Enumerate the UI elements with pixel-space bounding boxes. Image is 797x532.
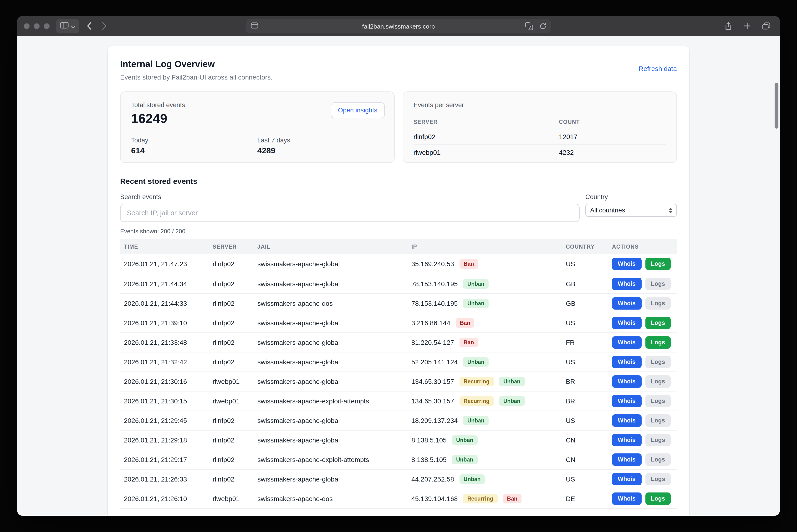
per-server-header-row: SERVER COUNT — [414, 115, 666, 129]
last7-stat: Last 7 days 4289 — [257, 137, 384, 156]
minimize-window-button[interactable] — [34, 23, 40, 29]
status-badge: Unban — [459, 474, 485, 484]
filter-row: Search events Country All countries — [120, 193, 677, 222]
whois-button[interactable]: Whois — [612, 317, 641, 329]
whois-button[interactable]: Whois — [612, 278, 641, 290]
today-value: 614 — [131, 146, 257, 156]
col-actions: ACTIONS — [608, 239, 677, 254]
event-country: BR — [562, 372, 608, 391]
event-country: US — [562, 469, 608, 489]
event-ip: 52.205.141.124Unban — [407, 352, 562, 372]
event-jail: swissmakers-apache-global — [254, 430, 407, 450]
event-ip: 78.153.140.195Unban — [407, 274, 562, 293]
event-ip: 8.138.5.105Unban — [407, 450, 562, 469]
country-select[interactable]: All countries — [585, 204, 677, 217]
status-badge: Unban — [463, 298, 489, 308]
whois-button[interactable]: Whois — [612, 258, 641, 270]
total-events-card: Total stored events 16249 Open insights … — [120, 92, 395, 163]
server-count: 4232 — [559, 149, 574, 156]
event-country: US — [562, 411, 608, 430]
logs-button[interactable]: Logs — [645, 336, 671, 348]
whois-button[interactable]: Whois — [612, 473, 641, 485]
last7-value: 4289 — [257, 146, 384, 156]
logs-button[interactable]: Logs — [645, 414, 671, 426]
logs-button[interactable]: Logs — [645, 258, 671, 270]
event-country: CN — [562, 450, 608, 469]
address-bar[interactable]: fail2ban.swissmakers.corp A — [246, 19, 551, 33]
ip-address: 8.138.5.105 — [411, 436, 447, 444]
new-tab-button[interactable] — [743, 21, 752, 31]
event-country: US — [562, 352, 608, 372]
events-shown-count: Events shown: 200 / 200 — [120, 228, 677, 235]
share-icon[interactable] — [724, 21, 733, 31]
whois-button[interactable]: Whois — [612, 356, 641, 368]
logs-button[interactable]: Logs — [645, 297, 671, 309]
logs-button[interactable]: Logs — [645, 356, 671, 368]
logs-button[interactable]: Logs — [645, 453, 671, 466]
whois-button[interactable]: Whois — [612, 414, 641, 426]
event-server: rlinfp02 — [209, 274, 254, 293]
refresh-data-link[interactable]: Refresh data — [639, 65, 677, 72]
back-button[interactable] — [86, 21, 92, 31]
scrollbar-thumb[interactable] — [775, 83, 778, 129]
event-row: 2026.01.21, 21:33:48rlinfp02swissmakers-… — [120, 332, 677, 352]
whois-button[interactable]: Whois — [612, 434, 641, 446]
reload-button[interactable] — [539, 22, 547, 31]
close-window-button[interactable] — [24, 23, 30, 29]
whois-button[interactable]: Whois — [612, 453, 641, 466]
event-country: US — [562, 313, 608, 332]
logs-button[interactable]: Logs — [645, 492, 671, 505]
page-title: Internal Log Overview — [120, 59, 273, 70]
ip-address: 8.138.5.105 — [411, 456, 447, 463]
event-jail: swissmakers-apache-global — [254, 254, 407, 274]
logs-button[interactable]: Logs — [645, 375, 671, 387]
logs-button[interactable]: Logs — [645, 434, 671, 446]
status-badge: Unban — [463, 279, 489, 288]
server-name: rlinfp02 — [414, 133, 559, 140]
event-time: 2026.01.21, 21:33:48 — [120, 332, 209, 352]
screen: fail2ban.swissmakers.corp A — [0, 0, 797, 532]
logs-button[interactable]: Logs — [645, 473, 671, 485]
event-actions: WhoisLogs — [608, 391, 677, 411]
country-label: Country — [585, 193, 677, 201]
event-row: 2026.01.21, 21:47:23rlinfp02swissmakers-… — [120, 254, 677, 274]
event-jail: swissmakers-apache-global — [254, 274, 407, 293]
event-actions: WhoisLogs — [608, 313, 677, 332]
open-insights-button[interactable]: Open insights — [331, 102, 384, 118]
dashboard-card: Internal Log Overview Events stored by F… — [108, 46, 689, 515]
event-jail: swissmakers-apache-exploit-attempts — [254, 450, 407, 469]
search-input[interactable] — [120, 204, 580, 222]
logs-button[interactable]: Logs — [645, 278, 671, 290]
whois-button[interactable]: Whois — [612, 297, 641, 309]
event-actions: WhoisLogs — [608, 352, 677, 372]
whois-button[interactable]: Whois — [612, 395, 641, 407]
ip-address: 35.169.240.53 — [411, 260, 454, 268]
ip-address: 78.153.140.195 — [411, 299, 458, 307]
stats-row: Total stored events 16249 Open insights … — [120, 92, 677, 163]
events-table-body: 2026.01.21, 21:47:23rlinfp02swissmakers-… — [120, 254, 677, 508]
col-time: TIME — [120, 239, 209, 254]
whois-button[interactable]: Whois — [612, 492, 641, 505]
logs-button[interactable]: Logs — [645, 317, 671, 329]
ip-address: 78.153.140.195 — [411, 280, 458, 287]
forward-button[interactable] — [101, 21, 108, 31]
tab-overview-button[interactable] — [761, 21, 771, 31]
whois-button[interactable]: Whois — [612, 375, 641, 387]
whois-button[interactable]: Whois — [612, 336, 641, 348]
logs-button[interactable]: Logs — [645, 395, 671, 407]
translate-icon[interactable]: A — [525, 22, 533, 30]
status-badge: Recurring — [463, 494, 497, 503]
event-jail: swissmakers-apache-dos — [254, 293, 407, 313]
event-jail: swissmakers-apache-global — [254, 332, 407, 352]
zoom-window-button[interactable] — [44, 23, 50, 29]
status-badge: Unban — [499, 377, 525, 386]
ip-address: 44.207.252.58 — [411, 475, 454, 483]
traffic-lights — [24, 23, 50, 29]
page-subtitle: Events stored by Fail2ban-UI across all … — [120, 72, 273, 82]
event-actions: WhoisLogs — [608, 450, 677, 469]
sidebar-toggle-group[interactable] — [56, 19, 79, 33]
event-actions: WhoisLogs — [608, 489, 677, 508]
event-jail: swissmakers-apache-global — [254, 313, 407, 332]
col-ip: IP — [407, 239, 562, 254]
today-label: Today — [131, 137, 257, 144]
